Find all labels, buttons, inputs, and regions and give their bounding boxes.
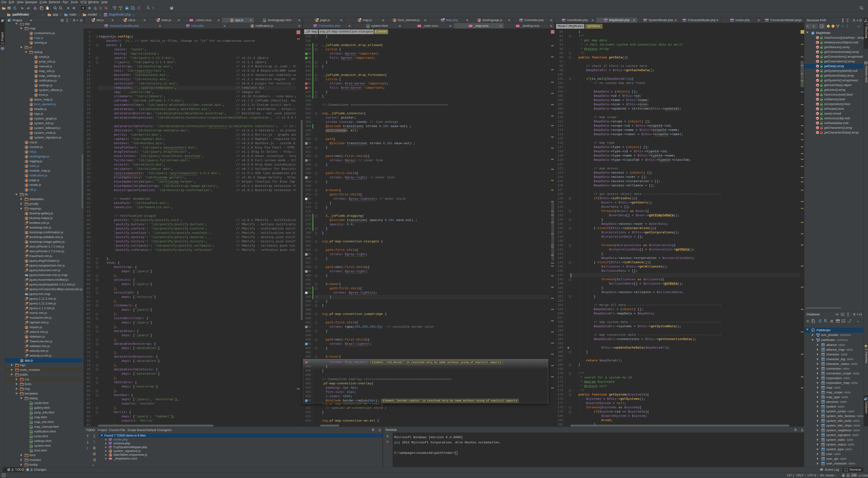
- svg-text:m: m: [816, 113, 818, 115]
- svg-text:JS: JS: [26, 242, 28, 243]
- svg-text:JS: JS: [26, 156, 28, 158]
- svg-text:JS: JS: [26, 142, 28, 144]
- svg-text:SASS: SASS: [190, 20, 193, 21]
- svg-text:c: c: [832, 25, 833, 28]
- svg-text:JS: JS: [27, 279, 28, 280]
- svg-text:JS: JS: [27, 350, 28, 351]
- svg-text:JS: JS: [27, 222, 28, 223]
- svg-text:JS: JS: [31, 37, 33, 39]
- svg-text:5: 5: [265, 20, 266, 22]
- svg-text:php: php: [109, 446, 112, 448]
- svg-text:JS: JS: [27, 302, 28, 304]
- svg-text:m: m: [816, 70, 818, 72]
- svg-text:010: 010: [25, 346, 27, 348]
- svg-text:010: 010: [25, 351, 27, 353]
- svg-text:QL: QL: [842, 320, 844, 322]
- svg-text:010: 010: [25, 247, 27, 249]
- svg-text:10: 10: [25, 236, 26, 237]
- svg-text:JS: JS: [27, 298, 28, 299]
- svg-text:5: 5: [31, 422, 32, 424]
- svg-text:010: 010: [25, 237, 27, 239]
- svg-text:C: C: [812, 32, 814, 35]
- svg-text:JS: JS: [26, 185, 28, 186]
- svg-text:VCS: VCS: [119, 6, 122, 8]
- svg-text:m: m: [816, 56, 818, 58]
- svg-text:php: php: [1, 48, 4, 50]
- svg-text:>_: >_: [845, 469, 847, 471]
- svg-text:?: ?: [152, 6, 154, 10]
- svg-text:m: m: [816, 41, 818, 44]
- svg-text:5: 5: [31, 436, 32, 438]
- svg-text:JS: JS: [26, 147, 28, 148]
- svg-text:JS: JS: [27, 355, 28, 356]
- svg-text:010: 010: [25, 304, 27, 306]
- svg-text:10: 10: [25, 288, 26, 289]
- svg-text:JS: JS: [31, 42, 33, 44]
- svg-text:010: 010: [25, 256, 27, 258]
- svg-text:QL: QL: [842, 314, 844, 315]
- svg-text:JS: JS: [27, 317, 28, 318]
- svg-text:JS: JS: [27, 321, 28, 323]
- svg-text:m: m: [816, 108, 818, 110]
- svg-text:php: php: [604, 20, 608, 22]
- svg-text:10: 10: [25, 221, 26, 223]
- svg-text:010: 010: [25, 342, 27, 343]
- svg-text:010: 010: [25, 323, 27, 324]
- svg-text:JS: JS: [36, 75, 38, 77]
- svg-text:010: 010: [25, 270, 27, 272]
- svg-text:JS: JS: [26, 213, 28, 215]
- svg-text:010: 010: [25, 289, 27, 291]
- svg-text:5: 5: [31, 417, 32, 419]
- svg-text:JS: JS: [31, 123, 33, 125]
- svg-text:JS: JS: [26, 336, 28, 338]
- svg-text:php: php: [520, 20, 523, 22]
- svg-text:DDL: DDL: [848, 321, 851, 323]
- svg-text:php: php: [105, 25, 108, 27]
- svg-text:JS: JS: [157, 20, 160, 21]
- svg-text:010: 010: [25, 332, 27, 334]
- svg-text:JS: JS: [252, 25, 254, 27]
- svg-text:php: php: [683, 20, 686, 22]
- svg-text:a: a: [814, 25, 815, 26]
- svg-text:SASS: SASS: [516, 25, 520, 27]
- svg-text:010: 010: [25, 313, 27, 315]
- svg-text:VCS: VCS: [113, 6, 116, 8]
- svg-text:php: php: [186, 25, 190, 27]
- svg-text:php: php: [562, 20, 565, 22]
- svg-text:m: m: [816, 84, 818, 87]
- svg-text:010: 010: [25, 266, 27, 267]
- svg-text:m: m: [816, 79, 818, 82]
- svg-text:JS: JS: [36, 80, 38, 82]
- svg-text:php: php: [644, 20, 647, 22]
- svg-text:010: 010: [25, 356, 27, 357]
- svg-text:JS: JS: [110, 454, 112, 456]
- svg-text:JS: JS: [31, 137, 33, 139]
- svg-text:JS: JS: [27, 284, 28, 285]
- svg-text:JS: JS: [21, 360, 24, 361]
- svg-text:5: 5: [31, 408, 32, 410]
- svg-text:z: z: [814, 26, 815, 28]
- svg-text:SASS: SASS: [469, 25, 472, 27]
- svg-text:10: 10: [25, 250, 26, 252]
- svg-text:5: 5: [31, 441, 32, 443]
- svg-text:JS: JS: [479, 20, 481, 21]
- svg-text:10: 10: [25, 297, 26, 299]
- svg-text:m: m: [816, 46, 818, 49]
- svg-text:php: php: [314, 25, 317, 27]
- svg-text:10: 10: [25, 316, 26, 318]
- svg-text:JS: JS: [27, 345, 28, 347]
- svg-text:010: 010: [25, 309, 27, 310]
- svg-text:m: m: [816, 98, 818, 101]
- svg-text:JS: JS: [26, 161, 28, 162]
- svg-text:JS: JS: [231, 20, 234, 21]
- svg-text:10: 10: [25, 255, 26, 256]
- svg-text:JS: JS: [316, 20, 318, 21]
- svg-text:10: 10: [25, 345, 26, 346]
- svg-text:JS: JS: [26, 189, 28, 191]
- svg-text:010: 010: [25, 318, 27, 320]
- svg-text:php: php: [104, 14, 107, 16]
- svg-text:m: m: [816, 65, 818, 68]
- svg-text:010: 010: [25, 280, 27, 282]
- svg-text:10: 10: [25, 283, 26, 285]
- svg-text:010: 010: [25, 299, 27, 301]
